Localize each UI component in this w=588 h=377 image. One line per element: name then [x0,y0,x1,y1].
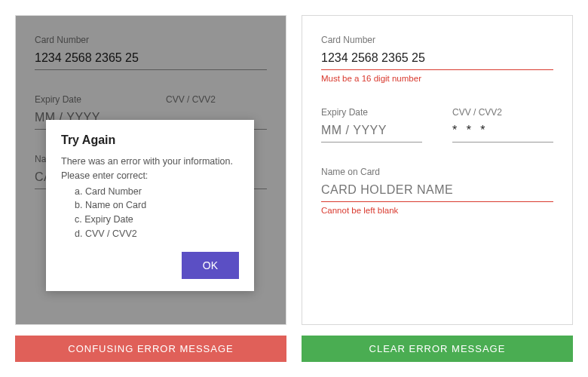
modal-list-item: a. Card Number [75,185,239,199]
card-number-group: Card Number Must be a 16 digit number [321,35,553,83]
expiry-label: Expiry Date [321,107,422,118]
modal-body: There was an error with your information… [61,155,239,241]
expiry-group: Expiry Date [321,107,422,143]
modal-title: Try Again [61,133,239,147]
clear-example-column: Card Number Must be a 16 digit number Ex… [302,15,573,362]
cvv-group: CVV / CVV2 [452,107,553,143]
name-group: Name on Card Cannot be left blank [321,167,553,215]
clear-caption: CLEAR ERROR MESSAGE [302,336,573,362]
cvv-input[interactable] [452,121,553,143]
confusing-example-column: Card Number Expiry Date CVV / CVV2 Name … [15,15,286,362]
name-error: Cannot be left blank [321,206,553,215]
modal-actions: OK [61,252,239,279]
card-number-error: Must be a 16 digit number [321,74,553,83]
modal-list-item: d. CVV / CVV2 [75,227,239,241]
modal-intro-line-2: Please enter correct: [61,169,239,183]
form-panel-left: Card Number Expiry Date CVV / CVV2 Name … [15,15,286,325]
modal-intro-line-1: There was an error with your information… [61,155,239,169]
name-label: Name on Card [321,167,553,177]
modal-list-item: c. Expiry Date [75,213,239,227]
confusing-caption: CONFUSING ERROR MESSAGE [15,336,286,362]
card-number-label: Card Number [321,35,553,45]
expiry-input[interactable] [321,121,422,143]
error-modal: Try Again There was an error with your i… [46,120,254,291]
form-panel-right: Card Number Must be a 16 digit number Ex… [302,15,573,325]
card-number-input[interactable] [321,48,553,70]
modal-list-item: b. Name on Card [75,198,239,213]
modal-error-list: a. Card Number b. Name on Card c. Expiry… [61,185,239,241]
cvv-label: CVV / CVV2 [452,107,553,118]
name-input[interactable] [321,180,553,202]
ok-button[interactable]: OK [182,252,239,279]
